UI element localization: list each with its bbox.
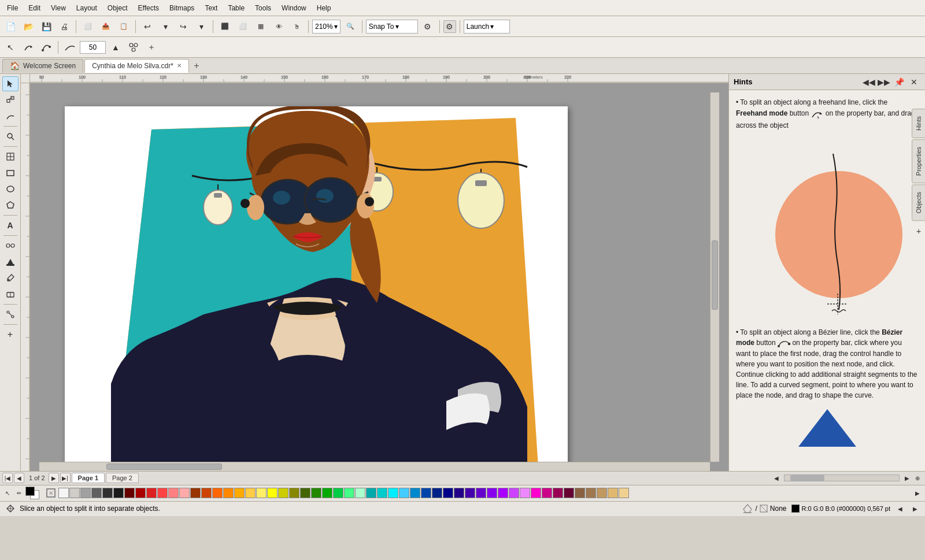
color-swatch[interactable] — [399, 488, 409, 498]
node-tool[interactable] — [2, 92, 18, 107]
eyedropper-tool[interactable] — [2, 270, 18, 285]
color-swatch[interactable] — [344, 488, 354, 498]
color-swatch[interactable] — [443, 488, 453, 498]
add-button[interactable]: ＋ — [143, 40, 160, 55]
color-swatch[interactable] — [608, 488, 618, 498]
color-swatch[interactable] — [102, 488, 113, 498]
tab-hints[interactable]: Hints — [912, 109, 925, 138]
status-nav-back[interactable]: ◀ — [895, 503, 905, 514]
color-swatch[interactable] — [91, 488, 102, 498]
zoom-fit-button[interactable]: ⊕ — [912, 473, 923, 483]
color-swatch[interactable] — [135, 488, 146, 498]
zoom-dropdown[interactable]: 210% ▾ — [312, 20, 341, 34]
color-swatch[interactable] — [355, 488, 365, 498]
color-swatch[interactable] — [410, 488, 420, 498]
color-swatch[interactable] — [520, 488, 530, 498]
save-button[interactable]: 💾 — [38, 19, 54, 34]
tab-objects[interactable]: Objects — [912, 184, 925, 221]
scroll-thumb-horizontal[interactable] — [106, 463, 222, 470]
color-swatch[interactable] — [58, 488, 69, 498]
snap-to-dropdown[interactable]: Snap To ▾ — [366, 20, 418, 34]
view-table-button[interactable]: ▦ — [253, 19, 269, 34]
color-swatch[interactable] — [223, 488, 234, 498]
color-swatch[interactable] — [168, 488, 179, 498]
menu-bitmaps[interactable]: Bitmaps — [165, 2, 199, 14]
page-last-button[interactable]: ▶| — [60, 473, 71, 483]
tab-close-icon[interactable]: ✕ — [177, 62, 182, 69]
ellipse-tool[interactable] — [2, 181, 18, 196]
color-swatch[interactable] — [267, 488, 278, 498]
text-tool[interactable]: A — [2, 218, 18, 233]
color-swatch[interactable] — [542, 488, 552, 498]
color-swatch[interactable] — [531, 488, 541, 498]
color-swatch[interactable] — [245, 488, 256, 498]
launch-dropdown[interactable]: Launch ▾ — [464, 20, 510, 34]
color-swatch[interactable] — [619, 488, 629, 498]
view-mode-button[interactable]: 🖱 — [288, 19, 305, 34]
color-swatch[interactable] — [300, 488, 310, 498]
tab-properties[interactable]: Properties — [912, 139, 925, 183]
fit-page2-button[interactable]: ⬜ — [235, 19, 251, 34]
color-swatch[interactable] — [388, 488, 398, 498]
options-button[interactable]: ⚙ — [443, 20, 456, 33]
export-button[interactable]: 📤 — [98, 19, 114, 34]
hints-forward-button[interactable]: ▶▶ — [878, 76, 890, 88]
color-swatch[interactable] — [586, 488, 596, 498]
eraser-tool[interactable] — [2, 287, 18, 302]
open-button[interactable]: 📂 — [20, 19, 36, 34]
color-swatch[interactable] — [201, 488, 212, 498]
view-options-button[interactable]: 👁 — [271, 19, 287, 34]
redo-dropdown[interactable]: ▾ — [193, 19, 209, 34]
hints-close-button[interactable]: ✕ — [908, 76, 920, 88]
color-swatch[interactable] — [564, 488, 574, 498]
menu-help[interactable]: Help — [312, 2, 336, 14]
color-swatch[interactable] — [212, 488, 223, 498]
tab-welcome[interactable]: 🏠 Welcome Screen — [2, 59, 83, 73]
new-button[interactable]: 📄 — [2, 19, 18, 34]
menu-text[interactable]: Text — [200, 2, 222, 14]
freehand-mode-button[interactable] — [20, 40, 36, 55]
polygon-tool[interactable] — [2, 198, 18, 213]
menu-window[interactable]: Window — [277, 2, 311, 14]
hints-pin-button[interactable]: 📌 — [893, 76, 905, 88]
smooth-input[interactable] — [80, 41, 106, 54]
color-swatch[interactable] — [465, 488, 475, 498]
bezier-mode-button[interactable] — [38, 40, 54, 55]
page-tab-1[interactable]: Page 1 — [72, 473, 105, 483]
color-swatch[interactable] — [509, 488, 519, 498]
color-swatch[interactable] — [421, 488, 431, 498]
color-swatch[interactable] — [366, 488, 376, 498]
scrollbar-horizontal[interactable] — [39, 462, 710, 471]
page-first-button[interactable]: |◀ — [2, 473, 13, 483]
color-swatch[interactable] — [234, 488, 245, 498]
fill-tool[interactable] — [2, 254, 18, 269]
publish-button[interactable]: 📋 — [116, 19, 132, 34]
page-nav-left[interactable]: ◀ — [771, 473, 782, 483]
no-fill-box[interactable]: ✕ — [46, 488, 56, 498]
tab-document[interactable]: Cynthia de Melo Silva.cdr* ✕ — [84, 59, 189, 73]
freehand-tool[interactable] — [2, 109, 18, 124]
color-swatch[interactable] — [432, 488, 442, 498]
page-prev-button[interactable]: ◀ — [14, 473, 24, 483]
scrollbar-vertical[interactable] — [710, 92, 719, 462]
color-swatch[interactable] — [575, 488, 585, 498]
color-swatch[interactable] — [113, 488, 124, 498]
select-tool[interactable]: ↖ — [2, 40, 18, 55]
undo-button[interactable]: ↩ — [139, 19, 156, 34]
color-swatch[interactable] — [553, 488, 563, 498]
fill-color-box[interactable] — [25, 487, 35, 496]
color-swatch[interactable] — [278, 488, 288, 498]
menu-effects[interactable]: Effects — [134, 2, 164, 14]
print-button[interactable]: 🖨 — [56, 19, 72, 34]
scroll-thumb-vertical[interactable] — [712, 240, 718, 310]
color-swatch[interactable] — [124, 488, 135, 498]
color-swatch[interactable] — [498, 488, 508, 498]
panel-expand-button[interactable]: + — [912, 225, 925, 238]
zoom-in-button[interactable]: 🔍 — [342, 19, 358, 34]
palette-tool-btn[interactable]: ↖ — [2, 488, 13, 498]
color-swatch[interactable] — [80, 488, 91, 498]
palette-expand-button[interactable]: ▶ — [912, 488, 923, 498]
color-swatch[interactable] — [377, 488, 387, 498]
color-swatch[interactable] — [69, 488, 80, 498]
effect-button[interactable] — [125, 40, 142, 55]
